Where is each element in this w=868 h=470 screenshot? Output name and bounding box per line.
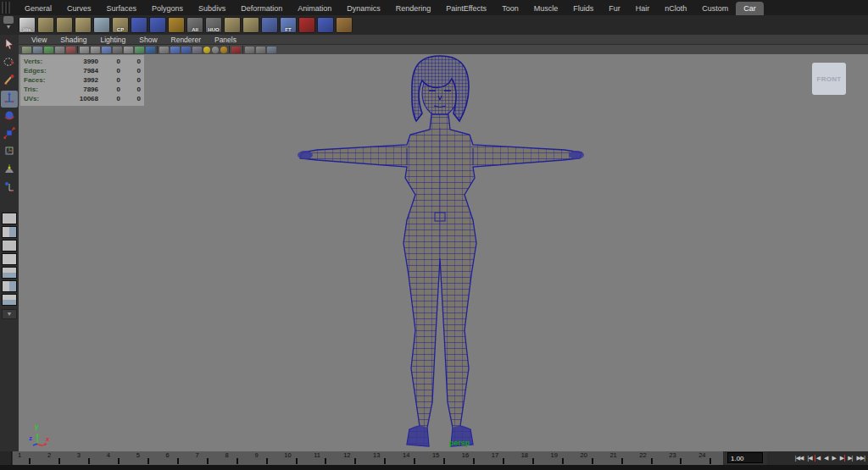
shelf-button[interactable]: [37, 17, 54, 33]
panel-menu-item[interactable]: Lighting: [94, 36, 131, 44]
frame-tick[interactable]: 5: [131, 451, 161, 465]
frame-tick[interactable]: 15: [427, 451, 457, 465]
frame-ruler[interactable]: 123456789101112131415161718192021222324: [13, 451, 723, 465]
shelf-button[interactable]: [149, 17, 166, 33]
current-time-field[interactable]: 1.00: [727, 452, 763, 463]
shelf-button[interactable]: [242, 17, 259, 33]
paint-select-tool-button[interactable]: [1, 73, 18, 90]
select-camera[interactable]: [22, 47, 31, 53]
layout-menu-dropdown[interactable]: ▼: [2, 309, 17, 319]
safe-action[interactable]: [135, 47, 144, 53]
layout-single-pane-button[interactable]: [2, 253, 17, 265]
frame-tick[interactable]: 24: [693, 451, 723, 465]
menu-item[interactable]: Fluids: [565, 2, 601, 15]
menu-item[interactable]: PaintEffects: [438, 2, 494, 15]
panel-menu-item[interactable]: Shading: [54, 36, 92, 44]
menu-item[interactable]: General: [17, 2, 59, 15]
layout-persp-outliner-button[interactable]: [2, 280, 17, 292]
frame-tick[interactable]: 2: [42, 451, 72, 465]
use-all-lights[interactable]: [192, 47, 202, 53]
shelf-button[interactable]: [336, 17, 353, 33]
shelf-button[interactable]: [168, 17, 185, 33]
menu-item[interactable]: Subdivs: [191, 2, 233, 15]
menubar-grip[interactable]: [2, 2, 10, 14]
perspective-viewport[interactable]: Verts: 3990 0 0 Edges: 7984 0 0 Faces: 3…: [19, 54, 868, 451]
field-chart[interactable]: [124, 47, 133, 53]
backface-culling[interactable]: [256, 47, 265, 53]
shaded[interactable]: [170, 47, 180, 53]
default-light[interactable]: [203, 47, 210, 53]
universal-manipulator-button[interactable]: [1, 144, 18, 161]
layout-four-view-button[interactable]: [2, 240, 17, 252]
textured-light[interactable]: [220, 47, 227, 53]
menu-item[interactable]: Hair: [628, 2, 658, 15]
move-tool-button[interactable]: [1, 91, 18, 108]
shelf-button[interactable]: HUO: [205, 17, 222, 33]
wireframe[interactable]: [159, 47, 169, 53]
frame-tick[interactable]: 21: [604, 451, 634, 465]
frame-tick[interactable]: 8: [220, 451, 249, 465]
frame-tick[interactable]: 22: [634, 451, 664, 465]
go-to-end[interactable]: ▶▶|: [854, 452, 866, 464]
frame-tick[interactable]: 1: [13, 451, 42, 465]
soft-modification-button[interactable]: [1, 162, 18, 179]
shelf-button[interactable]: [261, 17, 278, 33]
shelf-button[interactable]: [56, 17, 73, 33]
panel-menu-item[interactable]: Panels: [209, 36, 242, 44]
frame-tick[interactable]: 19: [546, 451, 576, 465]
frame-tick[interactable]: 12: [338, 451, 368, 465]
shelf-button[interactable]: [93, 17, 110, 33]
shelf-button[interactable]: His: [19, 17, 36, 33]
safe-title[interactable]: [146, 47, 155, 53]
menu-item[interactable]: Custom: [694, 2, 736, 15]
frame-tick[interactable]: 4: [102, 451, 131, 465]
frame-tick[interactable]: 16: [457, 451, 487, 465]
rotate-tool-button[interactable]: [1, 108, 18, 125]
frame-tick[interactable]: 7: [191, 451, 220, 465]
shelf-tab-switcher[interactable]: ▼: [2, 16, 15, 33]
shelf-button[interactable]: [317, 17, 334, 33]
camera-attributes[interactable]: [33, 47, 42, 53]
frame-tick[interactable]: 10: [279, 451, 309, 465]
layout-three-pane-button[interactable]: [2, 267, 17, 279]
frame-tick[interactable]: 20: [576, 451, 605, 465]
menu-item[interactable]: nCloth: [657, 2, 694, 15]
shelf-button[interactable]: FT: [280, 17, 297, 33]
frame-tick[interactable]: 3: [72, 451, 102, 465]
frame-tick[interactable]: 6: [161, 451, 191, 465]
menu-item[interactable]: Surfaces: [99, 2, 145, 15]
frame-tick[interactable]: 9: [249, 451, 279, 465]
isolate-select[interactable]: [231, 47, 241, 53]
layout-persp-graph-button[interactable]: [2, 294, 17, 306]
menu-item[interactable]: Deformation: [233, 2, 290, 15]
step-back-key[interactable]: |◀: [805, 452, 813, 464]
panel-menu-item[interactable]: Show: [133, 36, 163, 44]
grid[interactable]: [80, 47, 89, 53]
film-gate[interactable]: [91, 47, 100, 53]
layout-two-pane-button[interactable]: [2, 226, 17, 238]
menu-item[interactable]: Animation: [290, 2, 339, 15]
shelf-button[interactable]: [131, 17, 147, 33]
frame-tick[interactable]: 23: [664, 451, 693, 465]
frame-tick[interactable]: 18: [516, 451, 546, 465]
plugin-shading[interactable]: [267, 47, 276, 53]
show-manipulator-button[interactable]: [1, 180, 18, 196]
shelf-button[interactable]: All: [186, 17, 203, 33]
2d-pan-zoom[interactable]: [66, 47, 75, 53]
panel-menu-item[interactable]: View: [25, 36, 53, 44]
select-tool-button[interactable]: [1, 37, 18, 54]
play-forwards[interactable]: ▶: [830, 452, 837, 464]
front-view-plate[interactable]: FRONT: [812, 63, 846, 95]
menu-item[interactable]: Muscle: [526, 2, 566, 15]
gate-mask[interactable]: [113, 47, 122, 53]
xray[interactable]: [245, 47, 254, 53]
menu-item[interactable]: Polygons: [144, 2, 191, 15]
shelf-button[interactable]: [298, 17, 315, 33]
range-slider[interactable]: [0, 465, 868, 470]
frame-tick[interactable]: 14: [398, 451, 427, 465]
menu-item[interactable]: Rendering: [388, 2, 439, 15]
menu-item[interactable]: Toon: [494, 2, 526, 15]
menu-item[interactable]: Car: [736, 2, 764, 15]
step-forward-key[interactable]: ▶|: [846, 452, 854, 464]
image-plane[interactable]: [55, 47, 64, 53]
